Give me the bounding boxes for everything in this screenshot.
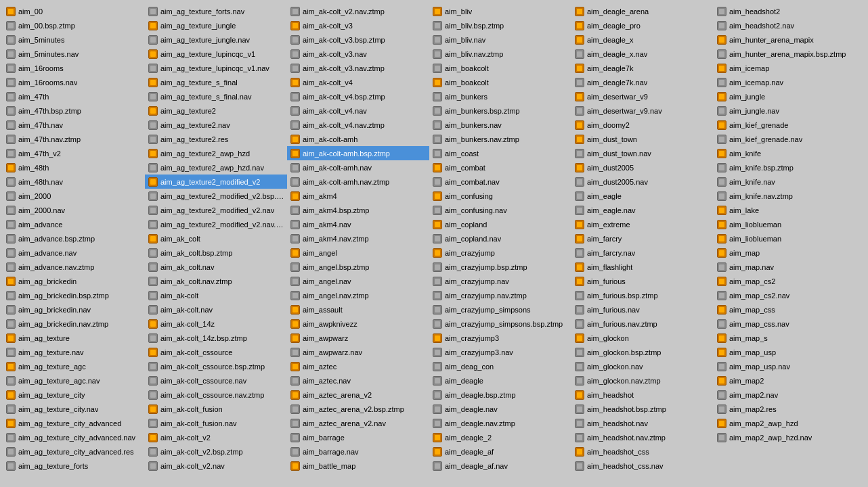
list-item[interactable]: aim_headshot2.nav (714, 18, 856, 32)
list-item[interactable]: aim_ak-colt_fusion.nav (145, 416, 287, 430)
list-item[interactable]: aim_bliv.nav.ztmp (429, 47, 571, 61)
list-item[interactable]: aim_48th (3, 160, 145, 175)
list-item[interactable]: aim_ak-colt-amh.bsp.ztmp (287, 146, 429, 160)
list-item[interactable]: aim_awpwarz.nav (287, 345, 429, 359)
list-item[interactable]: aim_headshot.bsp.ztmp (571, 402, 714, 416)
list-item[interactable]: aim_00.bsp.ztmp (3, 18, 145, 32)
list-item[interactable]: aim_copland (429, 217, 571, 231)
list-item[interactable]: aim_glockon.nav (571, 359, 714, 373)
list-item[interactable]: aim_headshot.nav.ztmp (571, 430, 714, 444)
list-item[interactable]: aim_headshot_css (571, 444, 714, 459)
list-item[interactable]: aim_lioblueman (714, 231, 856, 246)
list-item[interactable]: aim_ak-colt_fusion (145, 402, 287, 416)
list-item[interactable]: aim_ak-colt_cssource.nav.ztmp (145, 388, 287, 402)
list-item[interactable]: aim_icemap (714, 61, 856, 75)
list-item[interactable]: aim_map_usp (714, 345, 856, 359)
list-item[interactable]: aim_eagle.nav (571, 203, 714, 217)
list-item[interactable]: aim_flashlight (571, 260, 714, 274)
list-item[interactable]: aim_akm4 (287, 189, 429, 203)
list-item[interactable]: aim_barrage (287, 430, 429, 444)
list-item[interactable]: aim_battle_map (287, 459, 429, 473)
list-item[interactable]: aim_confusing.nav (429, 203, 571, 217)
list-item[interactable]: aim_deagle7k.nav (571, 75, 714, 89)
list-item[interactable]: aim_ak-colt_v2 (145, 430, 287, 444)
list-item[interactable]: aim_farcry.nav (571, 246, 714, 260)
list-item[interactable]: aim_eagle (571, 189, 714, 203)
list-item[interactable]: aim_ag_brickedin.nav.ztmp (3, 317, 145, 331)
list-item[interactable]: aim_coast (429, 146, 571, 160)
list-item[interactable]: aim_ak-colt_v2.nav (145, 459, 287, 473)
list-item[interactable]: aim_deagle_2 (429, 430, 571, 444)
list-item[interactable]: aim_bunkers.nav (429, 118, 571, 132)
list-item[interactable]: aim_combat.nav (429, 175, 571, 189)
list-item[interactable]: aim_ak_colt.nav (145, 260, 287, 274)
list-item[interactable]: aim_ak-colt_v4.nav (287, 103, 429, 118)
list-item[interactable]: aim_deagle_x (571, 32, 714, 47)
list-item[interactable]: aim_furious.nav (571, 302, 714, 317)
list-item[interactable]: aim_ag_texture_jungle.nav (145, 32, 287, 47)
list-item[interactable]: aim_ag_texture_s_final.nav (145, 89, 287, 103)
list-item[interactable]: aim_deagle.bsp.ztmp (429, 388, 571, 402)
list-item[interactable]: aim_ak_colt.bsp.ztmp (145, 246, 287, 260)
list-item[interactable]: aim_desertwar_v9 (571, 89, 714, 103)
list-item[interactable]: aim_ak-colt-amh.nav (287, 160, 429, 175)
list-item[interactable]: aim_angel.nav (287, 274, 429, 288)
list-item[interactable]: aim_ak_colt (145, 231, 287, 246)
list-item[interactable]: aim_hunter_arena_mapix.bsp.ztmp (714, 47, 856, 61)
list-item[interactable]: aim_headshot_css.nav (571, 459, 714, 473)
list-item[interactable]: aim_map2_awp_hzd (714, 416, 856, 430)
list-item[interactable]: aim_icemap.nav (714, 75, 856, 89)
list-item[interactable]: aim_confusing (429, 189, 571, 203)
list-item[interactable]: aim_crazyjump3 (429, 331, 571, 345)
list-item[interactable]: aim_desertwar_v9.nav (571, 103, 714, 118)
list-item[interactable]: aim_akm4.nav (287, 217, 429, 231)
list-item[interactable]: aim_00 (3, 4, 145, 18)
list-item[interactable]: aim_ak-colt_14z (145, 317, 287, 331)
list-item[interactable]: aim_ag_texture_agc (3, 359, 145, 373)
list-item[interactable]: aim_ag_texture2_awp_hzd (145, 146, 287, 160)
list-item[interactable]: aim_ak-colt_v3.nav (287, 47, 429, 61)
list-item[interactable]: aim_kief_grenade.nav (714, 132, 856, 146)
list-item[interactable]: aim_ag_texture2.nav (145, 118, 287, 132)
list-item[interactable]: aim_combat (429, 160, 571, 175)
list-item[interactable]: aim_map_cs2 (714, 274, 856, 288)
list-item[interactable]: aim_copland.nav (429, 231, 571, 246)
list-item[interactable]: aim_furious (571, 274, 714, 288)
list-item[interactable]: aim_47th.bsp.ztmp (3, 103, 145, 118)
list-item[interactable]: aim_ak-colt_v3.bsp.ztmp (287, 32, 429, 47)
list-item[interactable]: aim_akm4.nav.ztmp (287, 231, 429, 246)
list-item[interactable]: aim_ak-colt (145, 288, 287, 302)
list-item[interactable]: aim_headshot (571, 388, 714, 402)
list-item[interactable]: aim_bliv.bsp.ztmp (429, 18, 571, 32)
list-item[interactable]: aim_knife.bsp.ztmp (714, 160, 856, 175)
list-item[interactable]: aim_jungle (714, 89, 856, 103)
list-item[interactable]: aim_headshot2 (714, 4, 856, 18)
file-browser[interactable]: aim_00aim_ag_texture_forts.navaim_ak-col… (0, 0, 868, 487)
list-item[interactable]: aim_furious.nav.ztmp (571, 317, 714, 331)
list-item[interactable]: aim_map_usp.nav (714, 359, 856, 373)
list-item[interactable]: aim_ag_brickedin.nav (3, 302, 145, 317)
list-item[interactable]: aim_47th (3, 89, 145, 103)
list-item[interactable]: aim_bunkers.nav.ztmp (429, 132, 571, 146)
list-item[interactable]: aim_2000.nav (3, 203, 145, 217)
list-item[interactable]: aim_ag_texture2_modified_v2.bsp.ztmp (145, 189, 287, 203)
list-item[interactable]: aim_map2_awp_hzd.nav (714, 430, 856, 444)
list-item[interactable]: aim_2000 (3, 189, 145, 203)
list-item[interactable]: aim_deag_con (429, 359, 571, 373)
list-item[interactable]: aim_map.nav (714, 260, 856, 274)
list-item[interactable]: aim_deagle_x.nav (571, 47, 714, 61)
list-item[interactable]: aim_ag_texture_city_advanced.res (3, 444, 145, 459)
list-item[interactable]: aim_akm4.bsp.ztmp (287, 203, 429, 217)
list-item[interactable]: aim_ak-colt-amh.nav.ztmp (287, 175, 429, 189)
list-item[interactable]: aim_crazyjump3.nav (429, 345, 571, 359)
list-item[interactable]: aim_crazyjump.nav.ztmp (429, 288, 571, 302)
list-item[interactable]: aim_bliv (429, 4, 571, 18)
list-item[interactable]: aim_dust2005 (571, 160, 714, 175)
list-item[interactable]: aim_deagle_pro (571, 18, 714, 32)
list-item[interactable]: aim_ak_colt.nav.ztmp (145, 274, 287, 288)
list-item[interactable]: aim_ag_texture_city.nav (3, 402, 145, 416)
list-item[interactable]: aim_kief_grenade (714, 118, 856, 132)
list-item[interactable]: aim_ak-colt_v3 (287, 18, 429, 32)
list-item[interactable]: aim_47th.nav (3, 118, 145, 132)
list-item[interactable]: aim_advance (3, 217, 145, 231)
